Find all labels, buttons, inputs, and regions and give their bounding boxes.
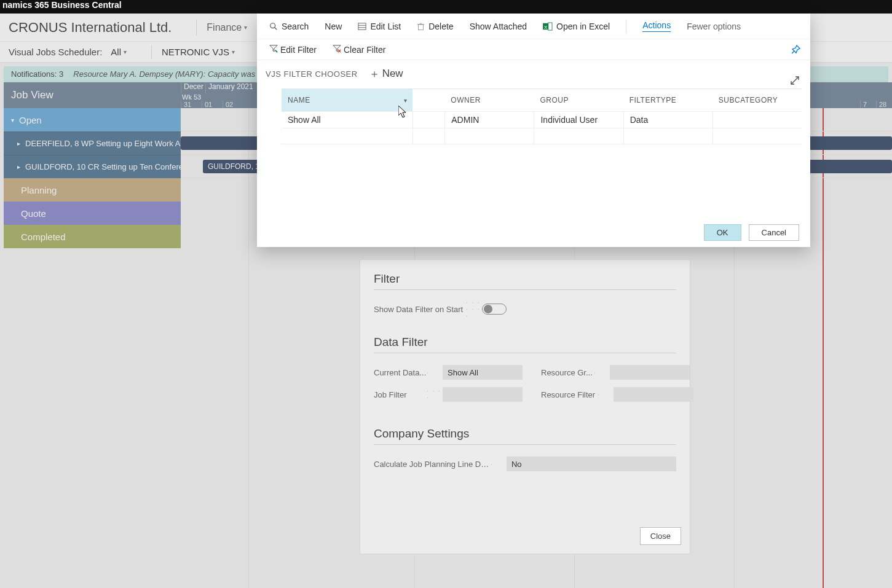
tree-completed-label: Completed (21, 232, 66, 242)
nav-finance-label: Finance (207, 22, 242, 33)
col-filtertype-label: FILTERTYPE (630, 96, 677, 104)
chevron-down-icon: ▾ (124, 49, 127, 55)
col-filtertype[interactable]: FILTERTYPE (623, 96, 712, 104)
gantt-today-line (823, 108, 824, 588)
nav-finance[interactable]: Finance ▾ (207, 22, 247, 33)
new-label: New (325, 22, 342, 31)
subnav-all[interactable]: All ▾ (111, 47, 127, 57)
cell-group: Individual User (534, 112, 623, 128)
plus-icon: ＋ (369, 66, 380, 81)
search-button[interactable]: Search (269, 22, 309, 31)
new-button[interactable]: New (325, 22, 342, 31)
grid-header: NAME ▾ OWNER GROUP FILTERTYPE SUBCATEGOR… (282, 89, 802, 111)
current-data-value[interactable]: Show All (443, 365, 523, 380)
cancel-label: Cancel (762, 228, 786, 237)
svg-rect-5 (419, 24, 424, 29)
clear-filter-label: Clear Filter (344, 45, 385, 55)
filter-grid: NAME ▾ OWNER GROUP FILTERTYPE SUBCATEGOR… (282, 88, 802, 144)
separator (151, 45, 152, 59)
tree-open-label: Open (19, 115, 42, 125)
gantt-month-prev: Decer (181, 82, 205, 93)
tree-row-label: GUILDFORD, 10 CR Setting up Ten Confere (25, 162, 181, 171)
resource-filter-value[interactable] (614, 387, 693, 402)
settings-panel: Filter Show Data Filter on Start · · · ·… (360, 259, 690, 554)
separator (196, 20, 197, 36)
subnav-vjs-label: NETRONIC VJS (162, 47, 229, 57)
new-record-button[interactable]: ＋ New (369, 66, 403, 81)
pin-icon[interactable] (791, 45, 800, 55)
gantt-day: 01 (202, 101, 223, 108)
edit-list-label: Edit List (370, 22, 401, 31)
jobview-header: Job View (4, 82, 181, 108)
grid-row[interactable]: Show All ADMIN Individual User Data (282, 111, 802, 128)
dialog-footer: OK Cancel (704, 224, 799, 241)
close-button[interactable]: Close (640, 527, 681, 545)
edit-list-button[interactable]: Edit List (358, 22, 401, 31)
subnav-vjs[interactable]: NETRONIC VJS ▾ (162, 47, 235, 57)
fewer-options-button[interactable]: Fewer options (687, 22, 741, 31)
resource-group-value[interactable] (610, 365, 690, 380)
chevron-down-icon: ▾ (232, 49, 235, 55)
delete-button[interactable]: Delete (417, 22, 453, 31)
calc-value[interactable]: No (507, 457, 676, 471)
edit-filter-button[interactable]: Edit Filter (269, 44, 317, 55)
resource-filter-label: Resource Filter (541, 390, 598, 399)
col-group[interactable]: GROUP (534, 96, 623, 104)
separator (626, 20, 626, 33)
funnel-clear-icon (333, 44, 341, 53)
dialog-toolbar: Search New Edit List Delete Show Attache… (257, 14, 810, 39)
gantt-gridline (248, 108, 249, 588)
toggle-show-start[interactable] (482, 304, 507, 315)
tree-open[interactable]: Open (4, 108, 181, 131)
tree-completed[interactable]: Completed (4, 225, 181, 248)
tree-quote[interactable]: Quote (4, 202, 181, 225)
window-titlebar: namics 365 Business Central (0, 0, 892, 14)
left-pane: Job View Open DEERFIELD, 8 WP Setting up… (4, 82, 181, 588)
cancel-button[interactable]: Cancel (749, 224, 799, 241)
col-owner[interactable]: OWNER (444, 96, 534, 104)
tree-row-deerfield[interactable]: DEERFIELD, 8 WP Setting up Eight Work Ar (4, 131, 181, 155)
open-excel-label: Open in Excel (556, 22, 610, 31)
svg-line-1 (275, 27, 277, 29)
company-name[interactable]: CRONUS International Ltd. (9, 20, 172, 36)
cell-spacer (412, 112, 445, 128)
filter-chooser-dialog: Search New Edit List Delete Show Attache… (257, 14, 810, 247)
tree-planning-label: Planning (21, 185, 57, 195)
fewer-options-label: Fewer options (687, 22, 741, 31)
col-group-label: GROUP (540, 96, 569, 104)
dots: · (427, 369, 443, 376)
svg-line-17 (791, 77, 799, 84)
settings-filter-heading: Filter (374, 272, 676, 290)
new-record-label: New (382, 68, 403, 80)
funnel-edit-icon (269, 44, 278, 53)
clear-filter-button[interactable]: Clear Filter (333, 44, 385, 55)
col-subcategory[interactable]: SUBCATEGORY (712, 96, 802, 104)
search-label: Search (282, 22, 309, 31)
col-owner-label: OWNER (451, 96, 481, 104)
svg-text:X: X (544, 24, 548, 29)
actions-button[interactable]: Actions (642, 20, 671, 32)
open-excel-button[interactable]: X Open in Excel (543, 22, 610, 31)
job-filter-value[interactable] (443, 387, 523, 402)
close-button-label: Close (650, 531, 671, 541)
ok-label: OK (717, 228, 728, 237)
edit-filter-label: Edit Filter (280, 45, 317, 55)
dialog-title-row: VJS FILTER CHOOSER ＋ New (257, 60, 810, 85)
dots: · (598, 391, 614, 398)
actions-label: Actions (642, 20, 671, 30)
dialog-toolbar-secondary: Edit Filter Clear Filter (257, 39, 810, 60)
col-name[interactable]: NAME ▾ (282, 89, 412, 111)
ok-button[interactable]: OK (704, 224, 741, 241)
col-subcategory-label: SUBCATEGORY (719, 96, 778, 104)
cell-filtertype: Data (623, 112, 712, 128)
show-attached-button[interactable]: Show Attached (470, 22, 527, 31)
settings-datafilter-heading: Data Filter (374, 335, 676, 353)
dots: · (594, 369, 610, 376)
window-title: namics 365 Business Central (0, 0, 122, 10)
tree-row-guildford[interactable]: GUILDFORD, 10 CR Setting up Ten Confere (4, 155, 181, 178)
svg-rect-2 (358, 23, 366, 29)
expand-icon[interactable] (789, 75, 800, 86)
svg-line-16 (792, 51, 794, 53)
tree-planning[interactable]: Planning (4, 178, 181, 202)
svg-rect-10 (548, 22, 552, 29)
